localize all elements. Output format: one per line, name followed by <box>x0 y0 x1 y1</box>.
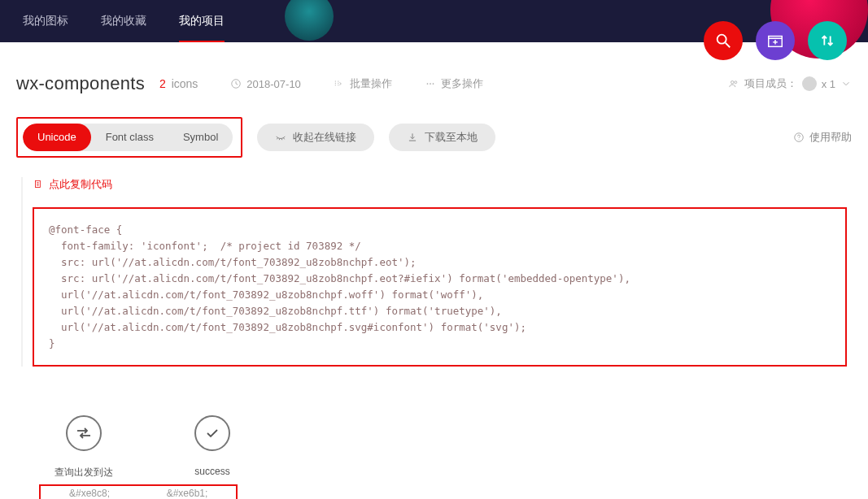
svg-line-17 <box>284 138 285 140</box>
svg-point-23 <box>799 139 800 140</box>
project-title-row: wx-components 2 icons 2018-07-10 批量操作 更多… <box>16 73 852 94</box>
svg-point-14 <box>731 81 734 85</box>
batch-label: 批量操作 <box>350 76 392 91</box>
sort-button[interactable] <box>808 21 847 60</box>
mode-unicode[interactable]: Unicode <box>23 124 91 151</box>
sort-icon <box>818 32 836 50</box>
more-action[interactable]: 更多操作 <box>425 76 483 91</box>
code-content: @font-face { font-family: 'iconfont'; /*… <box>49 222 831 352</box>
svg-point-11 <box>426 83 428 85</box>
batch-action[interactable]: 批量操作 <box>334 76 392 91</box>
mode-fontclass[interactable]: Font class <box>91 124 168 151</box>
collapse-link-button[interactable]: 收起在线链接 <box>257 124 374 151</box>
icon-count-number: 2 <box>159 77 166 90</box>
svg-point-12 <box>430 83 431 85</box>
copy-icon <box>33 179 44 190</box>
icon-name: 查询出发到达 <box>55 466 113 479</box>
svg-line-1 <box>726 43 731 48</box>
check-icon <box>203 423 222 443</box>
icon-card[interactable]: success <box>168 415 257 483</box>
project-date: 2018-07-10 <box>230 78 301 90</box>
batch-icon <box>334 78 345 89</box>
avatar <box>802 76 817 91</box>
help-label: 使用帮助 <box>809 130 852 145</box>
content-area: wx-components 2 icons 2018-07-10 批量操作 更多… <box>0 42 868 499</box>
code-box[interactable]: @font-face { font-family: 'iconfont'; /*… <box>33 207 847 367</box>
folder-plus-icon <box>766 32 784 50</box>
mode-switch-highlight: Unicode Font class Symbol <box>16 117 242 158</box>
icon-codes-highlight: &#xe8c8; &#xe6b1; <box>39 484 238 499</box>
icon-name: success <box>194 466 229 477</box>
mode-symbol[interactable]: Symbol <box>168 124 233 151</box>
svg-line-19 <box>281 138 282 140</box>
icon-card[interactable]: 查询出发到达 <box>39 415 129 483</box>
svg-point-15 <box>735 81 737 84</box>
icon-unicode[interactable]: &#xe8c8; <box>41 486 138 499</box>
project-members[interactable]: 项目成员： x 1 <box>728 76 852 91</box>
icon-count: 2 icons <box>159 77 198 90</box>
icon-preview-row: 查询出发到达 success <box>39 415 852 483</box>
icon-glyph <box>66 415 102 451</box>
members-icon <box>728 78 739 89</box>
action-row: Unicode Font class Symbol 收起在线链接 下载至本地 使… <box>16 117 852 158</box>
svg-point-0 <box>718 35 726 44</box>
more-icon <box>425 78 436 89</box>
code-section: 点此复制代码 @font-face { font-family: 'iconfo… <box>21 177 847 367</box>
icon-codes-row: &#xe8c8; &#xe6b1; <box>39 484 852 499</box>
members-label: 项目成员： <box>744 76 797 91</box>
svg-line-18 <box>280 138 281 140</box>
more-label: 更多操作 <box>441 76 483 91</box>
project-name: wx-components <box>16 73 145 94</box>
chevron-down-icon <box>840 78 852 89</box>
project-date-text: 2018-07-10 <box>246 78 301 90</box>
download-button[interactable]: 下载至本地 <box>389 124 495 151</box>
tab-my-favorites[interactable]: 我的收藏 <box>85 0 163 42</box>
help-icon <box>793 132 805 143</box>
search-icon <box>714 32 732 50</box>
eye-close-icon <box>275 132 286 143</box>
svg-point-13 <box>432 83 434 85</box>
tab-my-projects[interactable]: 我的项目 <box>163 0 241 42</box>
help-button[interactable]: 使用帮助 <box>793 130 852 145</box>
tab-my-icons[interactable]: 我的图标 <box>7 0 85 42</box>
svg-line-16 <box>277 138 278 140</box>
clock-icon <box>230 78 242 89</box>
icon-unicode[interactable]: &#xe6b1; <box>138 486 236 499</box>
members-count: x 1 <box>822 78 835 90</box>
icon-count-unit: icons <box>172 77 198 90</box>
add-project-button[interactable] <box>756 21 795 60</box>
search-button[interactable] <box>704 21 743 60</box>
icon-glyph <box>194 415 230 451</box>
download-label: 下载至本地 <box>425 130 478 145</box>
mode-switch: Unicode Font class Symbol <box>23 124 233 151</box>
float-actions <box>704 21 847 60</box>
swap-icon <box>74 423 94 443</box>
download-icon <box>407 132 418 143</box>
collapse-link-label: 收起在线链接 <box>293 130 356 145</box>
copy-code-button[interactable]: 点此复制代码 <box>33 177 112 192</box>
copy-code-label: 点此复制代码 <box>49 177 112 192</box>
